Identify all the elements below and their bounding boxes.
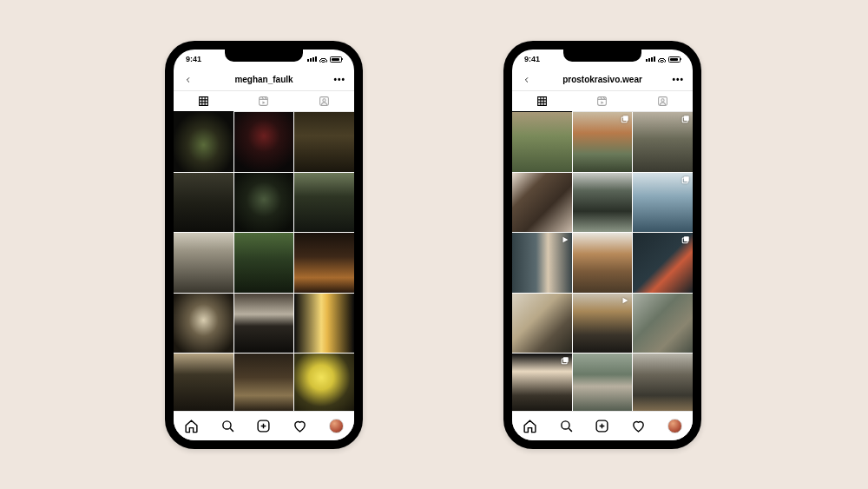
- nav-search[interactable]: [556, 417, 575, 436]
- heart-icon: [631, 419, 646, 433]
- post-thumbnail[interactable]: [633, 354, 693, 411]
- post-thumbnail[interactable]: [234, 354, 294, 411]
- device-notch: [563, 50, 641, 62]
- nav-activity[interactable]: [291, 417, 310, 436]
- bottom-nav: [512, 411, 693, 440]
- profile-username[interactable]: meghan_faulk: [234, 75, 293, 84]
- carousel-icon: [681, 115, 690, 123]
- profile-avatar: [667, 419, 682, 433]
- post-thumbnail[interactable]: [174, 294, 233, 354]
- tab-grid[interactable]: [174, 91, 233, 111]
- carousel-icon: [681, 175, 690, 184]
- search-icon: [559, 419, 574, 433]
- post-thumbnail[interactable]: [234, 112, 294, 172]
- post-thumbnail[interactable]: [512, 294, 572, 354]
- post-thumbnail[interactable]: [294, 354, 354, 411]
- post-thumbnail[interactable]: [512, 173, 572, 233]
- profile-tabs: [174, 91, 354, 112]
- home-icon: [523, 419, 537, 433]
- video-play-icon: [561, 235, 569, 244]
- nav-new-post[interactable]: [254, 417, 273, 436]
- post-grid: [512, 112, 693, 411]
- post-thumbnail[interactable]: [294, 233, 354, 293]
- post-thumbnail[interactable]: [174, 354, 233, 411]
- tab-reels[interactable]: [572, 91, 632, 111]
- post-thumbnail[interactable]: [174, 233, 233, 293]
- post-thumbnail[interactable]: [294, 112, 354, 172]
- tab-grid[interactable]: [512, 91, 572, 111]
- post-thumbnail[interactable]: [633, 294, 693, 354]
- post-thumbnail[interactable]: [633, 233, 693, 293]
- carousel-icon: [561, 356, 569, 365]
- reels-icon: [596, 96, 608, 107]
- nav-activity[interactable]: [629, 417, 648, 436]
- nav-profile[interactable]: [326, 417, 345, 436]
- post-thumbnail[interactable]: [174, 112, 233, 172]
- heart-icon: [293, 419, 307, 433]
- tab-tagged[interactable]: [294, 91, 354, 111]
- post-thumbnail[interactable]: [573, 294, 633, 354]
- grid-icon: [198, 96, 209, 107]
- post-thumbnail[interactable]: [174, 173, 233, 233]
- plus-square-icon: [595, 419, 609, 433]
- post-thumbnail[interactable]: [633, 112, 693, 172]
- nav-home[interactable]: [521, 417, 540, 436]
- profile-username[interactable]: prostokrasivo.wear: [562, 75, 642, 84]
- video-play-icon: [621, 296, 629, 305]
- wifi-icon: [658, 56, 666, 63]
- search-icon: [220, 419, 235, 433]
- more-button[interactable]: •••: [672, 76, 684, 84]
- tagged-icon: [319, 96, 330, 107]
- profile-tabs: [512, 91, 693, 112]
- nav-new-post[interactable]: [593, 417, 612, 436]
- post-thumbnail[interactable]: [512, 112, 572, 172]
- back-button[interactable]: [521, 74, 533, 86]
- profile-header: prostokrasivo.wear •••: [512, 69, 693, 91]
- nav-search[interactable]: [218, 417, 237, 436]
- plus-square-icon: [256, 419, 271, 433]
- screen: 9:41 prostokrasivo.wear •••: [512, 50, 693, 440]
- bottom-nav: [174, 411, 354, 440]
- signal-icon: [307, 56, 317, 62]
- status-time: 9:41: [524, 55, 540, 63]
- tagged-icon: [657, 96, 668, 107]
- grid-icon: [536, 96, 548, 107]
- post-thumbnail[interactable]: [234, 294, 294, 354]
- post-thumbnail[interactable]: [573, 112, 633, 172]
- post-thumbnail[interactable]: [573, 354, 633, 411]
- post-grid: [174, 112, 354, 411]
- carousel-icon: [681, 235, 690, 244]
- home-icon: [184, 419, 199, 433]
- post-thumbnail[interactable]: [573, 233, 633, 293]
- battery-icon: [330, 56, 342, 63]
- post-thumbnail[interactable]: [234, 233, 294, 293]
- post-thumbnail[interactable]: [512, 354, 572, 411]
- nav-home[interactable]: [182, 417, 201, 436]
- status-time: 9:41: [186, 55, 201, 63]
- chevron-left-icon: [185, 75, 192, 85]
- device-notch: [225, 50, 303, 62]
- back-button[interactable]: [182, 74, 194, 86]
- post-thumbnail[interactable]: [512, 233, 572, 293]
- phone-mockup-right: 9:41 prostokrasivo.wear •••: [503, 41, 701, 449]
- chevron-left-icon: [523, 75, 530, 85]
- reels-icon: [258, 96, 269, 107]
- carousel-icon: [621, 115, 629, 123]
- more-button[interactable]: •••: [333, 76, 345, 84]
- post-thumbnail[interactable]: [633, 173, 693, 233]
- signal-icon: [646, 56, 655, 62]
- wifi-icon: [319, 56, 327, 63]
- post-thumbnail[interactable]: [234, 173, 294, 233]
- tab-tagged[interactable]: [633, 91, 693, 111]
- post-thumbnail[interactable]: [573, 173, 633, 233]
- nav-profile[interactable]: [665, 417, 684, 436]
- profile-header: meghan_faulk •••: [174, 69, 354, 91]
- screen: 9:41 meghan_faulk •••: [174, 50, 354, 440]
- phone-mockup-left: 9:41 meghan_faulk •••: [165, 41, 363, 449]
- tab-reels[interactable]: [233, 91, 293, 111]
- profile-avatar: [329, 419, 344, 433]
- post-thumbnail[interactable]: [294, 173, 354, 233]
- battery-icon: [668, 56, 681, 63]
- post-thumbnail[interactable]: [294, 294, 354, 354]
